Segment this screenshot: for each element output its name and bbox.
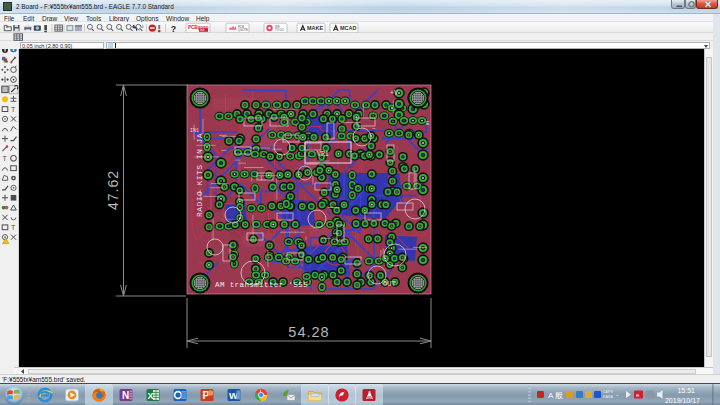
svg-text:KANA: KANA — [603, 395, 613, 399]
svg-text:T: T — [2, 155, 7, 162]
svg-text:15:51: 15:51 — [677, 387, 695, 394]
svg-text:CAPS: CAPS — [603, 390, 613, 394]
svg-text:A: A — [548, 391, 554, 400]
svg-text:47.62: 47.62 — [105, 170, 121, 210]
svg-text:N: N — [122, 390, 129, 401]
svg-text:MCAD: MCAD — [340, 25, 357, 31]
svg-text:般: 般 — [555, 391, 563, 400]
svg-text:-: - — [616, 390, 619, 399]
svg-text:link: link — [200, 28, 205, 32]
svg-text:X: X — [148, 391, 154, 401]
svg-text:QUOTE: QUOTE — [238, 28, 248, 32]
svg-text:?: ? — [171, 24, 176, 33]
svg-text:+V: +V — [390, 90, 398, 97]
svg-text:AM transmitter '555: AM transmitter '555 — [215, 281, 308, 289]
svg-text:VR1: VR1 — [317, 151, 329, 158]
svg-text:54.28: 54.28 — [288, 324, 329, 340]
svg-text:MAKE: MAKE — [307, 25, 324, 31]
svg-text:T: T — [11, 224, 16, 231]
svg-text:RADIO KITS IN JA: RADIO KITS IN JA — [195, 133, 204, 217]
svg-text:E: E — [426, 120, 430, 127]
svg-text:TO DO: TO DO — [275, 28, 285, 32]
svg-text:OUT: OUT — [383, 280, 396, 288]
svg-text:2019/10/17: 2019/10/17 — [665, 397, 700, 404]
svg-text:T: T — [11, 106, 16, 113]
svg-text:IN1: IN1 — [190, 128, 199, 134]
